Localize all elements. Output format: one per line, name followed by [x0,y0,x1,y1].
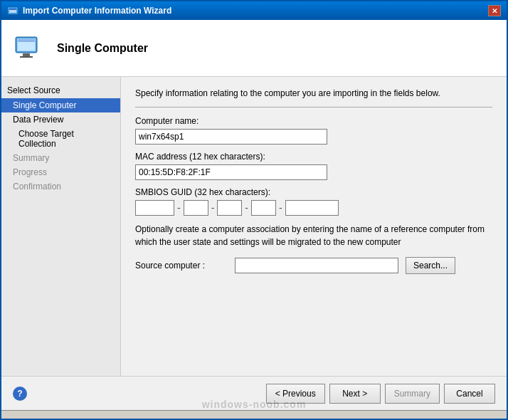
sidebar-item-data-preview[interactable]: Data Preview [1,112,120,127]
sidebar-item-summary: Summary [1,151,120,165]
sidebar-item-single-computer[interactable]: Single Computer [1,98,120,112]
body-section: Select Source Single Computer Data Previ… [1,77,507,376]
window-body: Single Computer Select Source Single Com… [1,20,507,419]
footer-buttons: < Previous Next > Summary Cancel [266,384,495,404]
window-title: Import Computer Information Wizard [23,6,171,16]
source-row: Source computer : Search... [135,257,492,274]
smbios-input-5[interactable] [285,200,339,216]
computer-icon [13,31,47,65]
footer: ? < Previous Next > Summary Cancel [1,376,507,410]
footer-left: ? [13,387,27,401]
svg-rect-8 [18,39,35,42]
instruction-text: Specify information relating to the comp… [135,88,492,98]
optional-text: Optionally create a computer association… [135,223,492,248]
cancel-button[interactable]: Cancel [444,384,495,404]
sidebar-item-progress: Progress [1,165,120,179]
sidebar-item-choose-target[interactable]: Choose Target Collection [1,127,120,151]
smbios-sep-4: - [279,202,282,214]
smbios-input-1[interactable] [135,200,174,216]
search-button[interactable]: Search... [406,257,455,274]
source-computer-input[interactable] [235,258,398,273]
svg-rect-6 [20,56,33,58]
smbios-input-2[interactable] [184,200,208,216]
smbios-input-3[interactable] [217,200,242,216]
smbios-sep-2: - [211,202,215,214]
help-button[interactable]: ? [13,387,27,401]
svg-rect-2 [9,9,16,10]
smbios-sep-3: - [245,202,248,214]
svg-rect-5 [23,53,30,56]
sidebar-item-confirmation: Confirmation [1,179,120,194]
smbios-sep-1: - [177,202,181,214]
close-button[interactable]: ✕ [488,5,501,16]
title-bar: Import Computer Information Wizard ✕ [1,1,507,20]
sidebar-group-select-source: Select Source [1,83,120,98]
wizard-header: Single Computer [1,20,507,77]
mac-label: MAC address (12 hex characters): [135,152,492,162]
next-button[interactable]: Next > [329,384,381,404]
summary-button: Summary [385,384,440,404]
main-content: Specify information relating to the comp… [121,77,507,376]
wizard-header-title: Single Computer [57,42,148,55]
divider-top [135,107,492,107]
source-computer-label: Source computer : [135,261,228,271]
smbios-row: - - - - [135,200,492,216]
title-bar-left: Import Computer Information Wizard [7,5,171,16]
smbios-label: SMBIOS GUID (32 hex characters): [135,187,492,197]
window-icon [7,5,18,16]
mac-input[interactable] [135,164,327,180]
computer-name-input[interactable] [135,129,327,145]
sidebar: Select Source Single Computer Data Previ… [1,77,121,376]
smbios-input-4[interactable] [251,200,276,216]
wizard-window: Import Computer Information Wizard ✕ Sin… [0,0,508,420]
previous-button[interactable]: < Previous [266,384,325,404]
computer-name-label: Computer name: [135,116,492,126]
scrollbar-area [1,410,507,419]
